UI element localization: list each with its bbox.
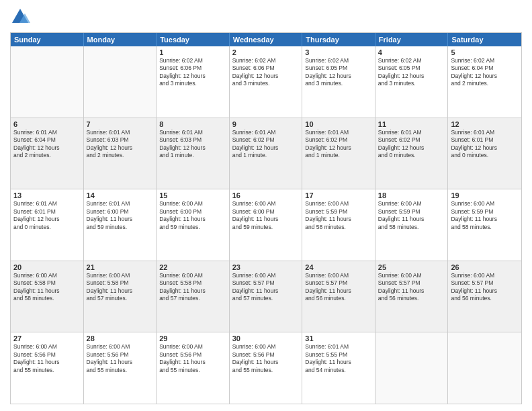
day-number: 10 (305, 120, 372, 128)
day-number: 28 (87, 334, 154, 342)
day-info: Sunrise: 6:00 AM Sunset: 5:56 PM Dayligh… (13, 343, 81, 374)
day-info: Sunrise: 6:02 AM Sunset: 6:06 PM Dayligh… (159, 57, 226, 88)
calendar-cell: 15Sunrise: 6:00 AM Sunset: 6:00 PM Dayli… (157, 189, 230, 261)
day-info: Sunrise: 6:00 AM Sunset: 5:59 PM Dayligh… (305, 200, 372, 231)
day-number: 29 (159, 334, 226, 342)
calendar-cell: 8Sunrise: 6:01 AM Sunset: 6:03 PM Daylig… (157, 118, 230, 189)
day-number: 18 (378, 191, 445, 199)
day-info: Sunrise: 6:00 AM Sunset: 5:56 PM Dayligh… (87, 343, 154, 374)
calendar-cell: 25Sunrise: 6:00 AM Sunset: 5:57 PM Dayli… (375, 261, 449, 332)
header-cell-wednesday: Wednesday (230, 33, 303, 46)
day-info: Sunrise: 6:00 AM Sunset: 5:56 PM Dayligh… (232, 343, 300, 374)
calendar-cell: 21Sunrise: 6:00 AM Sunset: 5:58 PM Dayli… (84, 261, 157, 332)
calendar-cell: 3Sunrise: 6:02 AM Sunset: 6:05 PM Daylig… (302, 46, 375, 118)
day-number: 22 (159, 263, 226, 271)
day-number: 16 (232, 191, 300, 199)
calendar-cell: 12Sunrise: 6:01 AM Sunset: 6:01 PM Dayli… (448, 118, 521, 189)
day-number: 5 (451, 48, 519, 56)
day-number: 12 (451, 120, 519, 128)
calendar-row-3: 20Sunrise: 6:00 AM Sunset: 5:58 PM Dayli… (11, 261, 521, 332)
day-number: 13 (13, 191, 81, 199)
calendar-cell: 13Sunrise: 6:01 AM Sunset: 6:01 PM Dayli… (11, 189, 84, 261)
calendar-cell: 5Sunrise: 6:02 AM Sunset: 6:04 PM Daylig… (448, 46, 521, 118)
day-info: Sunrise: 6:01 AM Sunset: 6:04 PM Dayligh… (13, 129, 81, 160)
day-number: 23 (232, 263, 300, 271)
day-info: Sunrise: 6:01 AM Sunset: 5:55 PM Dayligh… (305, 343, 372, 374)
day-info: Sunrise: 6:00 AM Sunset: 5:57 PM Dayligh… (305, 272, 372, 303)
day-info: Sunrise: 6:01 AM Sunset: 6:01 PM Dayligh… (451, 129, 519, 160)
calendar-row-2: 13Sunrise: 6:01 AM Sunset: 6:01 PM Dayli… (11, 189, 521, 261)
day-number: 14 (87, 191, 154, 199)
calendar-cell: 23Sunrise: 6:00 AM Sunset: 5:57 PM Dayli… (230, 261, 303, 332)
calendar: SundayMondayTuesdayWednesdayThursdayFrid… (10, 32, 522, 404)
calendar-header: SundayMondayTuesdayWednesdayThursdayFrid… (11, 33, 521, 46)
calendar-cell (84, 46, 157, 118)
calendar-cell: 27Sunrise: 6:00 AM Sunset: 5:56 PM Dayli… (11, 332, 84, 404)
day-info: Sunrise: 6:01 AM Sunset: 6:00 PM Dayligh… (87, 200, 154, 231)
day-info: Sunrise: 6:00 AM Sunset: 5:56 PM Dayligh… (159, 343, 226, 374)
day-info: Sunrise: 6:02 AM Sunset: 6:05 PM Dayligh… (378, 57, 445, 88)
calendar-cell: 28Sunrise: 6:00 AM Sunset: 5:56 PM Dayli… (84, 332, 157, 404)
calendar-cell: 2Sunrise: 6:02 AM Sunset: 6:06 PM Daylig… (230, 46, 303, 118)
calendar-cell: 1Sunrise: 6:02 AM Sunset: 6:06 PM Daylig… (157, 46, 230, 118)
day-info: Sunrise: 6:00 AM Sunset: 5:59 PM Dayligh… (451, 200, 519, 231)
day-info: Sunrise: 6:01 AM Sunset: 6:02 PM Dayligh… (232, 129, 300, 160)
day-number: 3 (305, 48, 372, 56)
page-header (10, 7, 522, 27)
day-info: Sunrise: 6:00 AM Sunset: 6:00 PM Dayligh… (159, 200, 226, 231)
header-cell-sunday: Sunday (11, 33, 84, 46)
day-info: Sunrise: 6:01 AM Sunset: 6:03 PM Dayligh… (87, 129, 154, 160)
day-number: 7 (87, 120, 154, 128)
header-cell-monday: Monday (84, 33, 157, 46)
calendar-cell: 22Sunrise: 6:00 AM Sunset: 5:58 PM Dayli… (157, 261, 230, 332)
day-info: Sunrise: 6:01 AM Sunset: 6:02 PM Dayligh… (305, 129, 372, 160)
calendar-cell (375, 332, 449, 404)
day-info: Sunrise: 6:01 AM Sunset: 6:02 PM Dayligh… (378, 129, 445, 160)
calendar-cell (448, 332, 521, 404)
day-number: 9 (232, 120, 300, 128)
day-number: 27 (13, 334, 81, 342)
day-number: 1 (159, 48, 226, 56)
day-number: 2 (232, 48, 300, 56)
day-info: Sunrise: 6:00 AM Sunset: 5:57 PM Dayligh… (232, 272, 300, 303)
calendar-row-0: 1Sunrise: 6:02 AM Sunset: 6:06 PM Daylig… (11, 46, 521, 118)
header-cell-thursday: Thursday (302, 33, 375, 46)
calendar-cell: 7Sunrise: 6:01 AM Sunset: 6:03 PM Daylig… (84, 118, 157, 189)
calendar-cell: 16Sunrise: 6:00 AM Sunset: 6:00 PM Dayli… (230, 189, 303, 261)
day-info: Sunrise: 6:00 AM Sunset: 5:57 PM Dayligh… (378, 272, 445, 303)
day-number: 21 (87, 263, 154, 271)
day-info: Sunrise: 6:00 AM Sunset: 5:58 PM Dayligh… (159, 272, 226, 303)
calendar-cell: 18Sunrise: 6:00 AM Sunset: 5:59 PM Dayli… (375, 189, 449, 261)
day-info: Sunrise: 6:01 AM Sunset: 6:03 PM Dayligh… (159, 129, 226, 160)
day-info: Sunrise: 6:01 AM Sunset: 6:01 PM Dayligh… (13, 200, 81, 231)
day-number: 30 (232, 334, 300, 342)
header-cell-tuesday: Tuesday (157, 33, 230, 46)
header-cell-saturday: Saturday (448, 33, 521, 46)
day-number: 6 (13, 120, 81, 128)
day-info: Sunrise: 6:02 AM Sunset: 6:06 PM Dayligh… (232, 57, 300, 88)
calendar-row-1: 6Sunrise: 6:01 AM Sunset: 6:04 PM Daylig… (11, 118, 521, 189)
calendar-cell: 4Sunrise: 6:02 AM Sunset: 6:05 PM Daylig… (375, 46, 449, 118)
header-cell-friday: Friday (375, 33, 449, 46)
day-number: 19 (451, 191, 519, 199)
calendar-cell: 11Sunrise: 6:01 AM Sunset: 6:02 PM Dayli… (375, 118, 449, 189)
calendar-cell: 10Sunrise: 6:01 AM Sunset: 6:02 PM Dayli… (302, 118, 375, 189)
calendar-cell: 31Sunrise: 6:01 AM Sunset: 5:55 PM Dayli… (302, 332, 375, 404)
calendar-cell: 29Sunrise: 6:00 AM Sunset: 5:56 PM Dayli… (157, 332, 230, 404)
calendar-cell: 26Sunrise: 6:00 AM Sunset: 5:57 PM Dayli… (448, 261, 521, 332)
day-number: 4 (378, 48, 445, 56)
calendar-cell (11, 46, 84, 118)
day-info: Sunrise: 6:00 AM Sunset: 5:57 PM Dayligh… (451, 272, 519, 303)
day-number: 31 (305, 334, 372, 342)
day-number: 20 (13, 263, 81, 271)
logo-icon (10, 7, 30, 27)
calendar-cell: 20Sunrise: 6:00 AM Sunset: 5:58 PM Dayli… (11, 261, 84, 332)
day-number: 15 (159, 191, 226, 199)
calendar-cell: 24Sunrise: 6:00 AM Sunset: 5:57 PM Dayli… (302, 261, 375, 332)
calendar-body: 1Sunrise: 6:02 AM Sunset: 6:06 PM Daylig… (11, 46, 521, 404)
day-info: Sunrise: 6:02 AM Sunset: 6:05 PM Dayligh… (305, 57, 372, 88)
day-number: 11 (378, 120, 445, 128)
calendar-cell: 30Sunrise: 6:00 AM Sunset: 5:56 PM Dayli… (230, 332, 303, 404)
day-number: 26 (451, 263, 519, 271)
calendar-cell: 6Sunrise: 6:01 AM Sunset: 6:04 PM Daylig… (11, 118, 84, 189)
